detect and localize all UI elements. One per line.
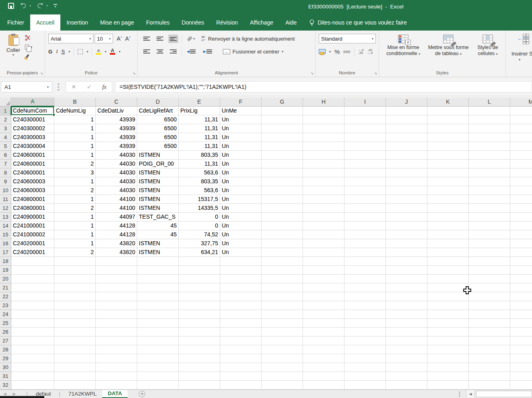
fill-color-button[interactable] [96, 49, 101, 55]
cell-K7[interactable] [427, 160, 469, 168]
cell-A32[interactable] [11, 381, 54, 390]
cell-E18[interactable] [179, 257, 220, 266]
cell-K26[interactable] [427, 328, 469, 336]
cell-B27[interactable] [54, 336, 96, 345]
increase-decimal-button[interactable]: ←,0,00 [358, 49, 364, 55]
cell-D18[interactable] [137, 257, 179, 266]
cell-A25[interactable] [11, 319, 54, 328]
cell-B18[interactable] [54, 257, 96, 266]
row-header-1[interactable]: 1 [0, 107, 11, 115]
cell-A29[interactable] [11, 354, 54, 363]
cell-A27[interactable] [11, 336, 54, 345]
cell-F19[interactable] [220, 266, 262, 275]
cell-M21[interactable] [510, 283, 532, 292]
cell-H3[interactable] [303, 124, 344, 133]
bold-button[interactable]: G [48, 49, 52, 55]
cell-D10[interactable]: ISTMEN [137, 186, 179, 195]
wrap-text-button[interactable]: abc↩ Renvoyer à la ligne automatiquement [201, 35, 295, 42]
cell-H26[interactable] [303, 328, 344, 336]
cell-G25[interactable] [262, 319, 303, 328]
cell-D24[interactable] [137, 310, 179, 319]
cell-L3[interactable] [469, 124, 510, 133]
cell-D22[interactable] [137, 292, 179, 301]
cell-F12[interactable]: Un [220, 204, 262, 213]
align-left-button[interactable] [142, 47, 152, 56]
row-header-17[interactable]: 17 [0, 248, 11, 257]
font-size-combo[interactable]: 10▾ [95, 34, 113, 43]
cell-F18[interactable] [220, 257, 262, 266]
redo-icon[interactable] [37, 2, 44, 9]
cell-L31[interactable] [469, 372, 510, 381]
cell-E15[interactable]: 74,52 [179, 230, 220, 239]
cell-D29[interactable] [137, 354, 179, 363]
tab-donnees[interactable]: Données [175, 14, 210, 31]
tab-affichage[interactable]: Affichage [244, 14, 279, 31]
row-header-13[interactable]: 13 [0, 213, 11, 222]
cell-K29[interactable] [427, 354, 469, 363]
tab-insertion[interactable]: Insertion [60, 14, 94, 31]
cell-C16[interactable]: 43820 [96, 239, 137, 248]
cell-G22[interactable] [262, 292, 303, 301]
cell-L25[interactable] [469, 319, 510, 328]
cell-B17[interactable]: 2 [54, 248, 96, 257]
cell-J6[interactable] [386, 151, 427, 160]
cell-A18[interactable] [11, 257, 54, 266]
cell-C10[interactable]: 44030 [96, 186, 137, 195]
cell-M16[interactable] [510, 239, 532, 248]
cell-M8[interactable] [510, 168, 532, 177]
insert-dropdown-icon[interactable]: ▾ [519, 58, 520, 62]
cell-A9[interactable]: C240600003 [11, 177, 54, 186]
cell-D28[interactable] [137, 345, 179, 354]
cell-B24[interactable] [54, 310, 96, 319]
accounting-format-icon[interactable] [319, 49, 326, 54]
cell-B9[interactable]: 1 [54, 177, 96, 186]
cell-B21[interactable] [54, 283, 96, 292]
cell-I13[interactable] [344, 213, 386, 222]
cell-G24[interactable] [262, 310, 303, 319]
cell-H9[interactable] [303, 177, 344, 186]
cell-G12[interactable] [262, 204, 303, 213]
cell-J27[interactable] [386, 336, 427, 345]
cell-L11[interactable] [469, 195, 510, 204]
scrollbar-thumb[interactable] [476, 391, 532, 397]
cell-A1[interactable]: CdeNumCom [11, 107, 54, 115]
cell-K3[interactable] [427, 124, 469, 133]
cell-I24[interactable] [344, 310, 386, 319]
cell-A28[interactable] [11, 345, 54, 354]
cell-B3[interactable]: 1 [54, 124, 96, 133]
row-header-3[interactable]: 3 [0, 124, 11, 133]
insert-button[interactable]: Insérer Su [511, 51, 532, 57]
fill-color-dropdown-icon[interactable]: ▾ [105, 50, 106, 53]
cell-B29[interactable] [54, 354, 96, 363]
row-header-29[interactable]: 29 [0, 354, 11, 363]
cell-M5[interactable] [510, 142, 532, 151]
row-header-30[interactable]: 30 [0, 363, 11, 372]
cell-B15[interactable]: 1 [54, 230, 96, 239]
comma-style-button[interactable]: 000 [343, 49, 350, 54]
row-header-5[interactable]: 5 [0, 142, 11, 151]
cell-D7[interactable]: POIG_OR_00 [137, 160, 179, 168]
cell-H6[interactable] [303, 151, 344, 160]
cell-L5[interactable] [469, 142, 510, 151]
cell-F6[interactable]: Un [220, 151, 262, 160]
cell-D32[interactable] [137, 381, 179, 390]
cell-D16[interactable]: ISTMEN [137, 239, 179, 248]
cell-J17[interactable] [386, 248, 427, 257]
cell-E25[interactable] [179, 319, 220, 328]
cell-F1[interactable]: UnMe [220, 107, 262, 115]
cell-G2[interactable] [262, 115, 303, 124]
cell-F31[interactable] [220, 372, 262, 381]
cell-A10[interactable]: C240600003 [11, 186, 54, 195]
row-header-2[interactable]: 2 [0, 115, 11, 124]
cell-A12[interactable]: C240800001 [11, 204, 54, 213]
column-header-A[interactable]: A [11, 97, 54, 107]
cell-M24[interactable] [510, 310, 532, 319]
column-header-M[interactable]: M [510, 97, 532, 107]
decrease-font-icon[interactable]: A [125, 35, 131, 42]
cell-L12[interactable] [469, 204, 510, 213]
cell-H13[interactable] [303, 213, 344, 222]
cell-J10[interactable] [386, 186, 427, 195]
increase-indent-button[interactable]: ▶ [202, 47, 215, 56]
cell-C23[interactable] [96, 301, 137, 310]
cell-M27[interactable] [510, 336, 532, 345]
